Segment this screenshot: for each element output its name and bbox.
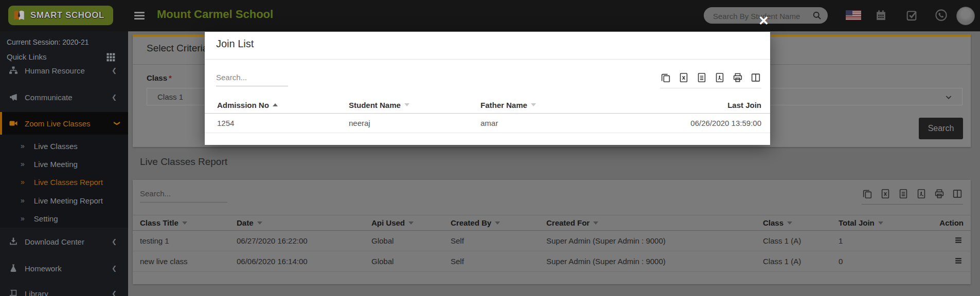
- row-action-menu-icon[interactable]: [953, 256, 964, 266]
- col-total-join[interactable]: Total Join: [839, 215, 883, 230]
- col-created-by[interactable]: Created By: [451, 215, 500, 230]
- sidebar-item-download-center[interactable]: Download Center ❮: [0, 230, 128, 253]
- search-button[interactable]: Search: [919, 118, 963, 139]
- sidebar-subitem-live-meeting-report[interactable]: » Live Meeting Report: [0, 192, 128, 209]
- cell-created-by: Self: [451, 230, 464, 251]
- flask-icon: [8, 263, 19, 273]
- modal-search: [216, 71, 288, 86]
- sidebar-item-label: Homework: [25, 264, 62, 273]
- col-date[interactable]: Date: [237, 215, 262, 230]
- table-row: testing 1 06/27/2020 16:22:00 Global Sel…: [133, 230, 971, 251]
- chevron-left-icon: ❮: [112, 238, 117, 245]
- print-icon[interactable]: [934, 188, 945, 199]
- sidebar-item-zoom-live-classes[interactable]: Zoom Live Classes ❮: [0, 112, 128, 135]
- sidebar-item-label: Library: [25, 289, 48, 296]
- subitem-label: Live Meeting: [34, 160, 78, 169]
- app-logo[interactable]: SMART SCHOOL: [8, 6, 113, 25]
- col-api-used[interactable]: Api Used: [371, 215, 414, 230]
- cell-created-by: Self: [451, 251, 464, 271]
- language-us-flag-icon[interactable]: [846, 10, 861, 20]
- cell-class: Class 1 (A): [763, 230, 801, 251]
- col-student-name[interactable]: Student Name: [349, 97, 409, 113]
- excel-icon[interactable]: [678, 72, 689, 83]
- cell-date: 06/06/2020 16:14:00: [237, 251, 308, 271]
- modal-close-icon[interactable]: ✕: [758, 13, 769, 28]
- double-chevron-icon: »: [21, 160, 25, 168]
- column-visibility-icon[interactable]: [952, 188, 963, 199]
- sidebar-item-communicate[interactable]: Communicate ❮: [0, 86, 128, 108]
- modal-table-header: Admission No Student Name Father Name La…: [205, 97, 770, 114]
- cell-class-title: new live class: [140, 251, 188, 271]
- csv-icon[interactable]: [696, 72, 707, 83]
- sidebar: Current Session: 2020-21 Quick Links Hum…: [0, 31, 128, 296]
- double-chevron-icon: »: [21, 214, 25, 223]
- chevron-down-icon: ❮: [113, 121, 120, 126]
- quick-links-grid-icon[interactable]: [105, 52, 116, 62]
- report-search: [140, 187, 227, 202]
- book-icon: [8, 288, 19, 296]
- sidebar-subitem-setting[interactable]: » Setting: [0, 210, 128, 227]
- whatsapp-icon[interactable]: [934, 8, 948, 22]
- col-class-title[interactable]: Class Title: [140, 215, 187, 230]
- chevron-left-icon: ❮: [112, 67, 117, 74]
- task-check-icon[interactable]: [905, 9, 918, 22]
- sidebar-subitem-live-classes-report[interactable]: » Live Classes Report: [0, 173, 128, 191]
- col-admission-no[interactable]: Admission No: [217, 97, 278, 113]
- cell-date: 06/27/2020 16:22:00: [237, 230, 308, 251]
- sidebar-item-homework[interactable]: Homework ❮: [0, 257, 128, 280]
- cell-created-for: Super Admin (Super Admin : 9000): [546, 251, 666, 271]
- calendar-icon[interactable]: [875, 9, 887, 22]
- cell-created-for: Super Admin (Super Admin : 9000): [546, 230, 666, 251]
- download-icon: [8, 236, 19, 247]
- subitem-label: Live Classes: [34, 142, 78, 151]
- modal-search-input[interactable]: [216, 71, 288, 86]
- col-created-for[interactable]: Created For: [546, 215, 598, 230]
- column-visibility-icon[interactable]: [750, 72, 761, 83]
- table-row: new live class 06/06/2020 16:14:00 Globa…: [133, 251, 971, 272]
- sidebar-item-label: Zoom Live Classes: [25, 119, 91, 128]
- subitem-label: Setting: [34, 214, 58, 223]
- pdf-icon[interactable]: [714, 72, 725, 83]
- sidebar-item-label: Communicate: [25, 93, 73, 102]
- chevron-left-icon: ❮: [112, 94, 117, 101]
- open-book-logo-icon: [12, 9, 26, 22]
- quick-links-label: Quick Links: [7, 52, 47, 61]
- user-avatar[interactable]: [956, 7, 975, 25]
- report-search-input[interactable]: [140, 187, 227, 202]
- current-session-label: Current Session: 2020-21: [7, 38, 89, 46]
- col-last-join[interactable]: Last Join: [727, 97, 761, 113]
- sidebar-item-label: Human Resource: [25, 66, 85, 75]
- pdf-icon[interactable]: [916, 188, 927, 199]
- excel-icon[interactable]: [880, 188, 891, 199]
- chevron-left-icon: ❮: [112, 265, 117, 272]
- cell-father-name: amar: [480, 114, 498, 133]
- sidebar-item-library[interactable]: Library ❮: [0, 282, 128, 296]
- copy-icon[interactable]: [660, 72, 671, 83]
- cell-class-title: testing 1: [140, 230, 169, 251]
- sidebar-toggle-hamburger-icon[interactable]: [134, 12, 145, 20]
- sidebar-subitem-live-meeting[interactable]: » Live Meeting: [0, 155, 128, 173]
- copy-icon[interactable]: [862, 188, 873, 199]
- double-chevron-icon: »: [21, 178, 25, 186]
- sidebar-item-label: Download Center: [25, 237, 84, 246]
- cell-total-join: 1: [839, 230, 843, 251]
- cell-api-used: Global: [371, 251, 394, 271]
- cell-last-join: 06/26/2020 13:59:00: [690, 114, 761, 133]
- school-name-title: Mount Carmel School: [157, 8, 273, 21]
- double-chevron-icon: »: [21, 196, 25, 205]
- chevron-left-icon: ❮: [112, 290, 117, 296]
- print-icon[interactable]: [732, 72, 743, 83]
- col-father-name[interactable]: Father Name: [480, 97, 536, 113]
- search-icon[interactable]: [812, 10, 822, 21]
- sidebar-item-human-resource[interactable]: Human Resource ❮: [0, 61, 128, 80]
- video-camera-icon: [8, 118, 19, 128]
- sidebar-subitem-live-classes[interactable]: » Live Classes: [0, 137, 128, 155]
- class-field-label: Class*: [147, 73, 172, 82]
- csv-icon[interactable]: [898, 188, 909, 199]
- required-asterisk: *: [169, 73, 172, 82]
- col-class[interactable]: Class: [763, 215, 792, 230]
- cell-admission-no: 1254: [217, 114, 234, 133]
- sitemap-icon: [8, 65, 19, 76]
- megaphone-icon: [8, 92, 19, 102]
- row-action-menu-icon[interactable]: [953, 235, 964, 246]
